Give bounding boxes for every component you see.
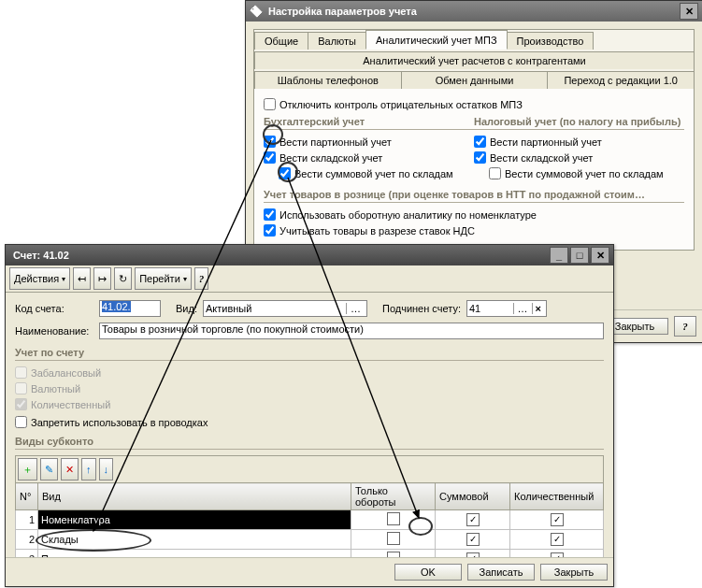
chk-quantity[interactable]: Количественный [15, 398, 604, 410]
account-close-button[interactable]: Закрыть [540, 564, 608, 581]
dots-icon[interactable]: … [346, 303, 365, 314]
tab-analytics-contragents[interactable]: Аналитический учет расчетов с контрагент… [254, 51, 695, 69]
tab-phone-templates[interactable]: Шаблоны телефонов [254, 71, 402, 89]
grid-up-icon[interactable]: ↑ [81, 458, 96, 480]
account-ok-button[interactable]: OK [394, 564, 462, 581]
table-row[interactable]: 2Склады✓✓ [16, 530, 604, 550]
account-button-row: OK Записать Закрыть [6, 557, 613, 586]
tb-back[interactable]: ↤ [73, 267, 91, 290]
tab-body: Отключить контроль отрицательных остатко… [254, 88, 694, 250]
minimize-icon[interactable]: _ [550, 247, 568, 264]
bu-title: Бухгалтерский учет [264, 116, 474, 127]
account-props-title: Учет по счету [15, 347, 604, 361]
tab-data-exchange[interactable]: Обмен данными [401, 71, 549, 89]
tb-refresh[interactable]: ↻ [114, 267, 132, 290]
chk-bu-sum[interactable]: Вести суммовой учет по складам [279, 167, 474, 179]
dots-icon[interactable]: … [513, 303, 532, 314]
tab-migrate[interactable]: Переход с редакции 1.0 [547, 71, 695, 89]
col-sum[interactable]: Суммовой [436, 483, 510, 510]
settings-title: Настройка параметров учета [268, 6, 417, 17]
col-turn[interactable]: Только обороты [351, 483, 436, 510]
account-window: Счет: 41.02 _ □ ✕ Действия ↤ ↦ ↻ Перейти… [5, 244, 614, 587]
account-content: Код счета: 41.02. Вид: Активный… Подчине… [6, 293, 613, 577]
lbl-code: Код счета: [15, 303, 99, 314]
tabs-frame: Общие Валюты Аналитический учет МПЗ Прои… [253, 29, 695, 251]
chk-prohibit[interactable]: Запретить использовать в проводках [15, 416, 604, 428]
retail-title: Учет товаров в рознице (при оценке товар… [264, 189, 684, 203]
col-qty[interactable]: Количественный [510, 483, 604, 510]
subkonto-title: Виды субконто [15, 436, 604, 450]
tab-general[interactable]: Общие [254, 32, 308, 50]
chk-currency[interactable]: Валютный [15, 382, 604, 394]
grid-edit-icon[interactable]: ✎ [40, 458, 58, 480]
help-button[interactable]: ? [194, 267, 209, 290]
grid-toolbar: ＋ ✎ ✕ ↑ ↓ [15, 455, 604, 482]
kind-combo[interactable]: Активный… [203, 300, 367, 317]
lbl-parent: Подчинен счету: [382, 303, 461, 314]
chk-bu-warehouse[interactable]: Вести складской учет [264, 151, 474, 164]
tab-currencies[interactable]: Валюты [308, 32, 366, 50]
close-icon[interactable]: ✕ [591, 247, 609, 264]
actions-menu[interactable]: Действия [9, 267, 70, 290]
account-titlebar: Счет: 41.02 _ □ ✕ [6, 245, 613, 265]
chk-nu-sum[interactable]: Вести суммовой учет по складам [489, 167, 684, 179]
help-button[interactable]: ? [674, 316, 696, 337]
col-kind[interactable]: Вид [38, 483, 351, 510]
accounting-group-titles: Бухгалтерский учет Налоговый учет (по на… [264, 116, 684, 130]
chk-nu-party[interactable]: Вести партионный учет [474, 136, 684, 148]
chk-disable-negative[interactable]: Отключить контроль отрицательных остатко… [264, 98, 684, 110]
maximize-icon[interactable]: □ [570, 247, 589, 264]
lbl-name: Наименование: [15, 325, 99, 337]
grid-down-icon[interactable]: ↓ [99, 458, 114, 480]
tag-icon [250, 5, 263, 18]
account-title: Счет: 41.02 [13, 250, 69, 261]
tb-forward[interactable]: ↦ [93, 267, 111, 290]
code-input[interactable]: 41.02. [99, 300, 161, 317]
chk-retail-1[interactable]: Использовать оборотную аналитику по номе… [264, 208, 684, 221]
col-n[interactable]: N° [16, 483, 38, 510]
chk-offbalance[interactable]: Забалансовый [15, 366, 604, 379]
grid-add-icon[interactable]: ＋ [18, 458, 37, 480]
name-input[interactable]: Товары в розничной торговле (по покупной… [99, 323, 604, 339]
goto-menu[interactable]: Перейти [135, 267, 192, 290]
account-toolbar: Действия ↤ ↦ ↻ Перейти ? [6, 265, 613, 293]
clear-icon[interactable]: × [532, 303, 544, 314]
table-row[interactable]: 1Номенклатура✓✓ [16, 510, 604, 530]
tab-analytics-mpz[interactable]: Аналитический учет МПЗ [365, 30, 508, 50]
settings-content: Общие Валюты Аналитический учет МПЗ Прои… [246, 22, 702, 258]
settings-titlebar: Настройка параметров учета ✕ [246, 1, 702, 22]
account-write-button[interactable]: Записать [467, 564, 535, 581]
chk-nu-warehouse[interactable]: Вести складской учет [474, 151, 684, 164]
tab-production[interactable]: Производство [507, 32, 595, 50]
nu-title: Налоговый учет (по налогу на прибыль) [474, 116, 684, 127]
parent-combo[interactable]: 41…× [466, 300, 547, 317]
chk-bu-party[interactable]: Вести партионный учет [264, 136, 474, 148]
lbl-kind: Вид: [176, 303, 197, 314]
close-icon[interactable]: ✕ [680, 3, 698, 20]
grid-del-icon[interactable]: ✕ [61, 458, 79, 480]
chk-retail-2[interactable]: Учитывать товары в разрезе ставок НДС [264, 224, 684, 237]
